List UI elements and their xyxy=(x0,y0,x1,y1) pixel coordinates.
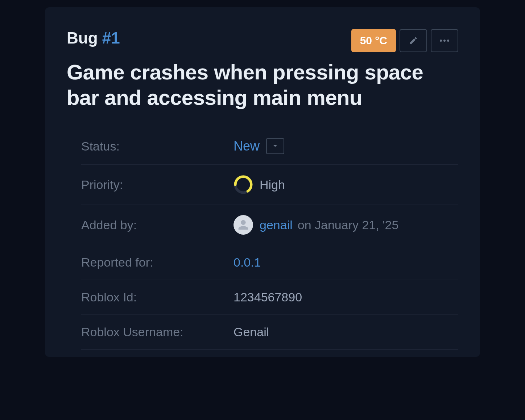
roblox-id-label: Roblox Id: xyxy=(81,290,233,304)
priority-value-container: High xyxy=(233,175,285,194)
status-value: New xyxy=(233,139,260,154)
svg-point-0 xyxy=(440,40,442,42)
bug-identifier: Bug #1 xyxy=(67,29,120,47)
bug-card: Bug #1 50 °C Game crashes when pressing … xyxy=(45,7,480,357)
more-options-button[interactable] xyxy=(431,29,458,52)
roblox-id-value-container: 1234567890 xyxy=(233,290,302,304)
roblox-id-row: Roblox Id: 1234567890 xyxy=(81,280,458,315)
reported-for-value-container: 0.0.1 xyxy=(233,255,261,269)
priority-ring-icon xyxy=(233,175,253,194)
edit-button[interactable] xyxy=(400,29,427,52)
pencil-icon xyxy=(409,36,418,45)
header-buttons: 50 °C xyxy=(351,29,458,52)
bug-prefix: Bug xyxy=(67,29,102,47)
svg-point-1 xyxy=(443,40,446,42)
roblox-username-value-container: Genail xyxy=(233,325,269,339)
bug-title: Game crashes when pressing space bar and… xyxy=(67,59,458,110)
added-by-user[interactable]: genail xyxy=(260,218,293,232)
fields-list: Status: New Priority: High xyxy=(81,128,458,350)
reported-for-label: Reported for: xyxy=(81,255,233,269)
roblox-username-value: Genail xyxy=(233,325,269,339)
bug-number: #1 xyxy=(102,29,120,47)
temperature-badge[interactable]: 50 °C xyxy=(351,29,396,52)
priority-value: High xyxy=(260,178,285,192)
status-row: Status: New xyxy=(81,128,458,165)
avatar[interactable] xyxy=(233,215,253,235)
roblox-id-value: 1234567890 xyxy=(233,290,302,304)
reported-for-value[interactable]: 0.0.1 xyxy=(233,255,261,269)
reported-for-row: Reported for: 0.0.1 xyxy=(81,245,458,280)
chevron-down-icon xyxy=(273,144,278,148)
status-label: Status: xyxy=(81,139,233,153)
dots-icon xyxy=(439,39,450,42)
svg-point-2 xyxy=(447,40,449,42)
person-icon xyxy=(236,218,251,232)
priority-label: Priority: xyxy=(81,178,233,192)
added-by-value-container: genail on January 21, '25 xyxy=(233,215,398,235)
roblox-username-label: Roblox Username: xyxy=(81,325,233,339)
added-by-row: Added by: genail on January 21, '25 xyxy=(81,205,458,245)
header-row: Bug #1 50 °C xyxy=(67,29,458,52)
priority-row: Priority: High xyxy=(81,165,458,205)
status-dropdown-button[interactable] xyxy=(266,138,284,154)
added-by-date: on January 21, '25 xyxy=(298,218,399,232)
roblox-username-row: Roblox Username: Genail xyxy=(81,315,458,350)
added-by-label: Added by: xyxy=(81,218,233,232)
status-value-container: New xyxy=(233,138,284,154)
